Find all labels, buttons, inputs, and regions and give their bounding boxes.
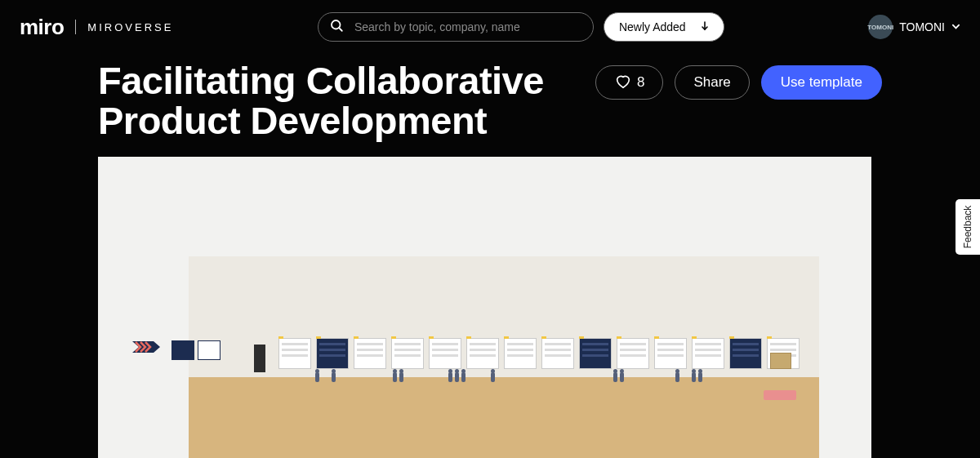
thumb xyxy=(172,340,194,360)
use-template-button[interactable]: Use template xyxy=(761,65,882,100)
feedback-tab[interactable]: Feedback xyxy=(956,199,980,255)
search-icon xyxy=(329,18,344,36)
user-menu[interactable]: TOMONI TOMONI xyxy=(868,15,960,39)
panel xyxy=(729,338,762,369)
user-name: TOMONI xyxy=(899,20,945,33)
box-shape xyxy=(770,353,791,369)
panel xyxy=(429,338,461,369)
panel xyxy=(316,338,349,369)
svg-line-1 xyxy=(339,28,342,31)
panel xyxy=(391,338,424,369)
header-center: Newly Added xyxy=(173,12,868,42)
sort-label: Newly Added xyxy=(619,20,686,33)
feedback-label: Feedback xyxy=(962,206,973,249)
chevron-down-icon xyxy=(951,20,960,34)
panel xyxy=(541,338,574,369)
logo-divider xyxy=(75,20,76,34)
logo-group[interactable]: miro MIROVERSE xyxy=(20,15,173,40)
panel-row xyxy=(254,338,800,369)
thumb xyxy=(198,340,220,360)
search-input[interactable] xyxy=(318,12,594,42)
like-count: 8 xyxy=(637,74,644,91)
template-preview[interactable] xyxy=(98,157,871,458)
page-title: Facilitating Collaborative Product Devel… xyxy=(98,60,571,141)
heart-icon xyxy=(614,72,632,94)
action-bar: 8 Share Use template xyxy=(595,60,882,100)
search-wrap xyxy=(318,12,594,42)
title-row: Facilitating Collaborative Product Devel… xyxy=(0,54,980,141)
panel xyxy=(278,338,311,369)
panel xyxy=(504,338,537,369)
panel xyxy=(692,338,724,369)
board-canvas xyxy=(189,256,819,458)
panel xyxy=(354,338,386,369)
logo-sub: MIROVERSE xyxy=(87,21,173,33)
share-button[interactable]: Share xyxy=(675,65,749,100)
header: miro MIROVERSE Newly Added TOMONI TOMONI xyxy=(0,0,980,54)
thumb-pair xyxy=(172,340,220,360)
door-shape xyxy=(254,345,265,372)
sort-dropdown[interactable]: Newly Added xyxy=(604,12,724,42)
arrow-down-icon xyxy=(701,20,709,33)
people-row xyxy=(189,372,819,397)
panel xyxy=(617,338,649,369)
avatar-text: TOMONI xyxy=(867,24,893,31)
share-label: Share xyxy=(693,74,730,91)
cta-label: Use template xyxy=(781,74,862,90)
arrow-icon xyxy=(132,340,165,358)
panel xyxy=(654,338,687,369)
like-button[interactable]: 8 xyxy=(595,65,663,100)
avatar: TOMONI xyxy=(868,15,893,39)
panel xyxy=(579,338,612,369)
panel xyxy=(466,338,499,369)
logo-miro: miro xyxy=(20,15,64,40)
